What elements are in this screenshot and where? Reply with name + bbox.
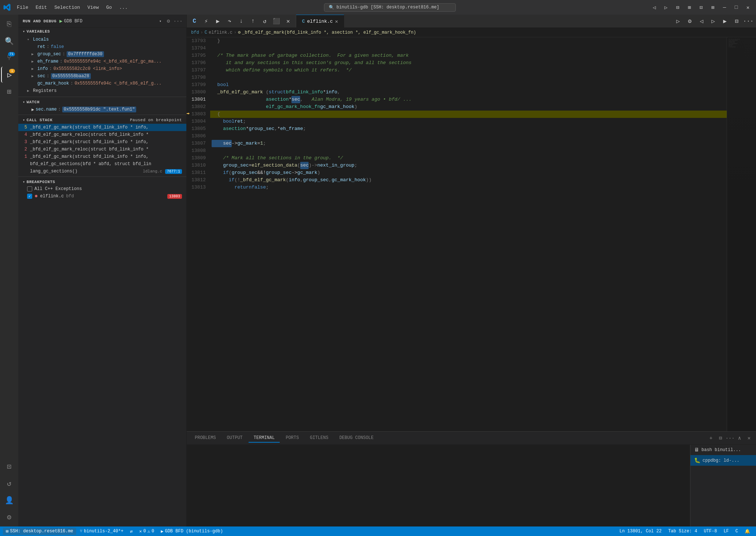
var-sec[interactable]: ▶ sec : 0x5555558baa28	[18, 72, 186, 80]
menu-go[interactable]: Go	[103, 4, 115, 11]
activity-search[interactable]: 🔍	[1, 33, 17, 49]
debug-step-over-btn[interactable]: ↷	[225, 16, 234, 26]
activity-explorer[interactable]: ⎘	[1, 16, 17, 32]
editor-back-nav[interactable]: ◁	[697, 16, 706, 26]
debug-settings-btn[interactable]: ⚙	[164, 17, 172, 25]
stack-frame-2[interactable]: 2 _bfd_elf_gc_mark_reloc(struct bfd_link…	[18, 146, 186, 153]
minimize-btn[interactable]: —	[719, 3, 730, 11]
activity-run-history[interactable]: ↺	[1, 475, 17, 491]
callstack-header[interactable]: ▾ CALL STACK Paused on breakpoint	[18, 116, 186, 124]
nav-back-btn[interactable]: ◁	[649, 3, 659, 11]
menu-more[interactable]: ...	[116, 4, 130, 11]
terminal-add-btn[interactable]: +	[707, 434, 715, 442]
watch-item-sec-name[interactable]: ▶ sec.name : 0x5555558b91dc ".text.fun1"	[18, 106, 186, 113]
editor-settings-btn[interactable]: ⚙	[685, 16, 694, 26]
title-search-box[interactable]: 🔍 binutils-gdb [SSH: desktop.reset816.me…	[324, 3, 456, 12]
status-errors[interactable]: ✕ 0 ⚠ 0	[136, 528, 157, 535]
var-ret[interactable]: ret : false	[18, 43, 186, 51]
locals-group[interactable]: ▾ Locals	[18, 36, 186, 43]
activity-source-control[interactable]: ⑂ 71	[1, 50, 17, 66]
status-notifications[interactable]: 🔔	[742, 528, 753, 535]
breadcrumb-func[interactable]: _bfd_elf_gc_mark(bfd_link_info *, asecti…	[242, 30, 416, 35]
tab-ports[interactable]: PORTS	[280, 434, 304, 443]
editor-run2-btn[interactable]: ▶	[720, 16, 730, 26]
menu-edit[interactable]: Edit	[33, 4, 50, 11]
layout2-btn[interactable]: ⊞	[684, 3, 694, 11]
debug-close-btn[interactable]: ✕	[283, 16, 293, 26]
terminal-content[interactable]	[187, 445, 690, 526]
stack-frame-1[interactable]: 1 _bfd_elf_gc_mark(struct bfd_link_info …	[18, 153, 186, 160]
var-info[interactable]: ▶ info : 0x55555582c2c0 <link_info>	[18, 65, 186, 72]
breadcrumb-file[interactable]: elflink.c	[209, 30, 232, 35]
status-branch[interactable]: ⑂ binutils-2_40*+	[77, 528, 126, 535]
variables-label: VARIABLES	[27, 29, 50, 34]
terminal-split-btn[interactable]: ⊟	[716, 434, 725, 442]
registers-group[interactable]: ▶ Registers	[18, 87, 186, 94]
stack-frame-5[interactable]: 5 _bfd_elf_gc_mark(struct bfd_link_info …	[18, 124, 186, 131]
status-language[interactable]: C	[733, 528, 741, 535]
status-tab-size[interactable]: Tab Size: 4	[665, 528, 700, 535]
layout3-btn[interactable]: ⊡	[696, 3, 706, 11]
menu-file[interactable]: File	[14, 4, 31, 11]
debug-continue-btn[interactable]: ▶	[213, 16, 223, 26]
close-btn[interactable]: ✕	[743, 3, 753, 11]
watch-header[interactable]: ▾ WATCH	[18, 98, 186, 106]
stack-frame-lang[interactable]: lang_gc_sections() ldlang.c 7677:1	[18, 168, 186, 175]
var-group-sec[interactable]: ▶ group_sec : 0x7ffffffde30	[18, 51, 186, 58]
editor-forward-nav[interactable]: ▷	[708, 16, 718, 26]
breakpoint-cpp-exceptions[interactable]: All C++ Exceptions	[18, 186, 186, 192]
layout-btn[interactable]: ⊟	[673, 3, 683, 11]
terminal-expand-btn[interactable]: ∧	[735, 434, 744, 442]
breakpoint-elflink[interactable]: ✓ ● elflink.c bfd 13803	[18, 192, 186, 200]
status-position[interactable]: Ln 13801, Col 22	[617, 528, 664, 535]
code-content[interactable]: } /* The mark phase of garbage collectio…	[210, 37, 727, 431]
tab-gitlens[interactable]: GITLENS	[305, 434, 333, 443]
tab-close-icon[interactable]: ✕	[335, 18, 338, 25]
minimap[interactable]: ████ ████ ███ ████████████ ██ ███ █████ …	[727, 37, 756, 431]
debug-config-selector[interactable]: ▶ GDB BFD ▾	[59, 18, 161, 24]
status-sync[interactable]: ⇄	[127, 528, 135, 535]
tab-terminal[interactable]: TERMINAL	[249, 434, 280, 443]
activity-extensions[interactable]: ⊞	[1, 83, 17, 100]
nav-forward-btn[interactable]: ▷	[661, 3, 671, 11]
debug-step-into-btn[interactable]: ↓	[237, 16, 246, 26]
debug-step-out-btn[interactable]: ↑	[248, 16, 258, 26]
debug-speed-btn[interactable]: ⚡	[201, 16, 211, 26]
status-debug-session[interactable]: ▶ GDB BFD (binutils-gdb)	[158, 528, 226, 535]
debug-restart-btn[interactable]: ↺	[260, 16, 269, 26]
maximize-btn[interactable]: □	[731, 3, 741, 11]
breakpoints-header[interactable]: ▾ BREAKPOINTS	[18, 178, 186, 186]
terminal-close-btn[interactable]: ✕	[745, 434, 753, 442]
bp-cpp-exceptions-checkbox[interactable]	[27, 186, 32, 191]
activity-settings[interactable]: ⚙	[1, 509, 17, 525]
stack-frame-3[interactable]: 3 _bfd_elf_gc_mark(struct bfd_link_info …	[18, 138, 186, 146]
debug-more-btn[interactable]: ···	[174, 17, 182, 25]
tab-output[interactable]: OUTPUT	[222, 434, 248, 443]
activity-accounts[interactable]: 👤	[1, 492, 17, 508]
editor-more-btn[interactable]: ···	[744, 16, 753, 26]
tab-elflink-c[interactable]: C elflink.c ✕	[296, 15, 344, 28]
terminal-instance-bash[interactable]: 🖥 bash binutil...	[690, 445, 756, 455]
terminal-instance-cppdbg[interactable]: 🐛 cppdbg: ld-...	[690, 455, 756, 466]
tab-problems[interactable]: PROBLEMS	[190, 434, 221, 443]
menu-selection[interactable]: Selection	[51, 4, 83, 11]
menu-view[interactable]: View	[85, 4, 102, 11]
editor-split-btn[interactable]: ⊟	[732, 16, 741, 26]
debug-stop-btn[interactable]: ⬛	[272, 16, 281, 26]
layout4-btn[interactable]: ⊞	[708, 3, 718, 11]
status-remote[interactable]: ⊞ SSH: desktop.reset816.me	[3, 528, 76, 535]
bp-elflink-checkbox[interactable]: ✓	[27, 194, 32, 199]
activity-debug[interactable]: ▷ 1	[1, 67, 17, 83]
var-eh-frame[interactable]: ▶ eh_frame : 0x5555555fe94c <_bfd_x86_el…	[18, 58, 186, 65]
tab-debug-console[interactable]: DEBUG CONSOLE	[334, 434, 379, 443]
status-line-ending[interactable]: LF	[720, 528, 731, 535]
terminal-more-btn[interactable]: ···	[726, 434, 734, 442]
activity-remote[interactable]: ⊡	[1, 458, 17, 474]
stack-frame-0[interactable]: bfd_elf_gc_sections(bfd * abfd, struct b…	[18, 160, 186, 168]
breadcrumb-root[interactable]: bfd	[191, 30, 199, 35]
variables-header[interactable]: ▾ VARIABLES	[18, 28, 186, 35]
editor-run-btn[interactable]: ▷	[673, 16, 683, 26]
status-encoding[interactable]: UTF-8	[701, 528, 720, 535]
stack-frame-4[interactable]: 4 _bfd_elf_gc_mark_reloc(struct bfd_link…	[18, 131, 186, 138]
var-gc-mark-hook[interactable]: gc_mark_hook : 0x5555555fe94c <_bfd_x86_…	[18, 80, 186, 87]
